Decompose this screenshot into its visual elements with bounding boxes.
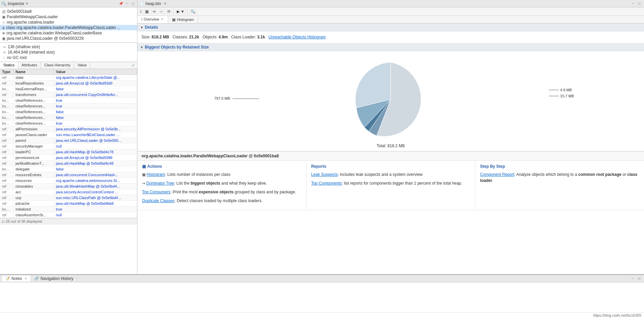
prop-icon-shallow: ⊲ [3, 45, 6, 49]
tree-item-urlclassloader[interactable]: ▣ java.net.URLClassLoader @ 0x5e0003228 [0, 36, 137, 41]
col-header-value: Value [54, 69, 137, 74]
table-row[interactable]: bo... clearReferences... false [0, 115, 137, 121]
unreachable-objects-link[interactable]: Unreachable Objects Histogram [268, 35, 326, 39]
heap-tab-overview-label: Overview [143, 17, 159, 21]
action-dominator-p: ⇒ Dominator Tree: List the biggest objec… [142, 180, 301, 186]
table-row[interactable]: ref acc java.security.AccessControlConte… [0, 189, 137, 195]
td-value-21: sun.misc.URLClassPath @ 0x5e0bd4... [54, 195, 137, 200]
td-type-18: ref [0, 178, 13, 183]
toolbar-btn-search[interactable]: 🔍 [189, 9, 197, 14]
inspector-window-controls: 📌 − □ [118, 1, 136, 6]
td-type-10: ref [0, 132, 13, 137]
table-row[interactable]: ref classAssertionSt... null [0, 212, 137, 218]
table-row[interactable]: ref pdcache java.util.HashMap @ 0x5e0bd4… [0, 201, 137, 206]
table-row[interactable]: ref resources org.apache.catalina.webres… [0, 178, 137, 184]
table-row[interactable]: ref parent java.net.URLClassLoader @ 0x5… [0, 138, 137, 144]
heap-tab-histogram-label: Histogram [177, 18, 194, 22]
tab-statics[interactable]: Statics [0, 62, 18, 69]
inspector-icon: 🔍 [1, 1, 6, 6]
pie-right-line-2 [549, 96, 559, 96]
tab-class-hierarchy[interactable]: Class Hierarchy [41, 62, 74, 69]
heap-close-tab[interactable]: ✕ [164, 2, 166, 5]
prop-label-retained: 16,464,848 (retained size) [8, 50, 55, 55]
table-row[interactable]: bo... clearReferences... false [0, 109, 137, 115]
toolbar-btn-histogram[interactable]: ▦ [143, 9, 150, 14]
tab-value[interactable]: Value [74, 62, 90, 69]
tree-icon-class: ◈ [2, 26, 5, 30]
heap-tab-overview[interactable]: i Overview ✕ [137, 16, 168, 23]
table-row[interactable]: ref localRepositories java.util.ArrayLis… [0, 81, 137, 86]
action-histogram-link[interactable]: Histogram [147, 172, 165, 177]
table-row[interactable]: bo... clearReferences... true [0, 103, 137, 109]
reports-header: Reports [311, 164, 471, 169]
table-row[interactable]: ref jarModificationT... java.util.HashMa… [0, 161, 137, 166]
bottom-tab-notes[interactable]: 📝 Notes ✕ [2, 276, 31, 282]
heap-title-bar: 📄 heap.bin ✕ − □ [137, 0, 644, 7]
report-top-link[interactable]: Top Components [311, 181, 342, 186]
bottom-maximize-btn[interactable]: □ [637, 276, 642, 281]
inspector-data-table[interactable]: Type Name Value ref state org.apache.cat… [0, 69, 137, 274]
heap-tab-overview-close[interactable]: ✕ [161, 18, 164, 21]
heap-tab-histogram[interactable]: ▦ Histogram [168, 16, 198, 23]
table-row[interactable]: ref resourceEntries java.util.concurrent… [0, 172, 137, 178]
bottom-tab-nav-history[interactable]: 🔗 Navigation History [31, 276, 77, 282]
table-row[interactable]: ref closeables java.util.WeakHashMap @ 0… [0, 184, 137, 189]
inspector-title-bar: 🔍 Inspector ✕ 📌 − □ [0, 0, 137, 7]
table-header: Type Name Value [0, 69, 137, 75]
table-row[interactable]: bo... delegate false [0, 166, 137, 172]
table-row[interactable]: bo... hasExternalRepo... false [0, 86, 137, 92]
biggest-objects-header[interactable]: ▼ Biggest Objects by Retained Size [137, 43, 644, 51]
reports-column: Reports Leak Suspects: includes leak sus… [307, 161, 476, 210]
toolbar-btn-info[interactable]: i [139, 9, 143, 14]
tree-item-classloader[interactable]: ▣ ParallelWebappClassLoader [0, 14, 137, 20]
tab-attributes[interactable]: Attributes [18, 62, 41, 69]
biggest-objects-title: Biggest Objects by Retained Size [145, 45, 209, 50]
tree-item-base[interactable]: ⊕ org.apache.catalina.loader.WebappClass… [0, 30, 137, 36]
details-section-header[interactable]: ▼ Details [137, 24, 644, 31]
table-row[interactable]: ref loaderPC java.util.HashMap @ 0x5e0bd… [0, 149, 137, 155]
table-row[interactable]: bo... clearReferences... true [0, 98, 137, 103]
td-name-4: clearReferences... [13, 98, 54, 103]
bottom-minimize-btn[interactable]: − [630, 276, 635, 281]
action-consumers-link[interactable]: Top Consumers [142, 190, 170, 194]
inspector-close-tab[interactable]: ✕ [26, 2, 28, 5]
table-row[interactable]: ref state org.apache.catalina.LifecycleS… [0, 75, 137, 81]
td-value-12: null [54, 144, 137, 149]
toolbar-btn-refresh[interactable]: ⟳ [166, 9, 172, 14]
toolbar-btn-run[interactable]: ▶ ▼ [175, 9, 186, 14]
td-type-15: ref [0, 161, 13, 166]
actions-icon: ▦ [142, 164, 146, 169]
inspector-maximize-btn[interactable]: □ [130, 1, 136, 6]
pie-label-right-1: 4.9 MB [549, 88, 574, 92]
toolbar-btn-dominator[interactable]: ⇒ [151, 9, 157, 14]
table-row[interactable]: bo... initialized true [0, 206, 137, 212]
tree-item-package[interactable]: ☆ org.apache.catalina.loader [0, 20, 137, 25]
table-row[interactable]: bo... clearReferences... true [0, 121, 137, 126]
heap-maximize-btn[interactable]: □ [637, 1, 642, 6]
table-row[interactable]: ref ucp sun.misc.URLClassPath @ 0x5e0bd4… [0, 195, 137, 201]
inspector-pin-btn[interactable]: 📌 [118, 1, 124, 6]
step-component-link[interactable]: Component Report [480, 172, 514, 177]
inspector-minimize-btn[interactable]: − [124, 1, 130, 6]
table-row[interactable]: ref securityManager null [0, 144, 137, 149]
tree-icon-urlclassloader: ▣ [2, 36, 5, 41]
heap-minimize-btn[interactable]: − [631, 1, 636, 6]
table-row[interactable]: ref transformers java.util.concurrent.Co… [0, 92, 137, 98]
td-value-5: true [54, 103, 137, 109]
table-row[interactable]: ref permissionList java.util.ArrayList @… [0, 155, 137, 161]
toolbar-btn-back[interactable]: ← [158, 9, 165, 14]
table-row[interactable]: ref allPermission java.security.AllPermi… [0, 126, 137, 132]
report-leak-link[interactable]: Leak Suspects [311, 172, 338, 177]
td-type-11: ref [0, 138, 13, 143]
td-type-2: bo... [0, 86, 13, 92]
notes-close-btn[interactable]: ✕ [25, 277, 27, 280]
step-title: Step By Step [480, 164, 505, 169]
tab-add-btn[interactable]: ✓ [130, 62, 137, 69]
action-dominator-link[interactable]: Dominator Tree [146, 181, 174, 186]
heap-file-icon: 📄 [139, 1, 144, 6]
table-row[interactable]: ref javaseClassLoader sun.misc.Launcher$… [0, 132, 137, 138]
tree-item-address[interactable]: @ 0x5e0001ba8 [0, 9, 137, 14]
action-duplicates-link[interactable]: Duplicate Classes [142, 198, 174, 203]
col-header-type: Type [0, 69, 13, 74]
tree-item-class[interactable]: ◈ class org.apache.catalina.loader.Paral… [0, 25, 137, 30]
